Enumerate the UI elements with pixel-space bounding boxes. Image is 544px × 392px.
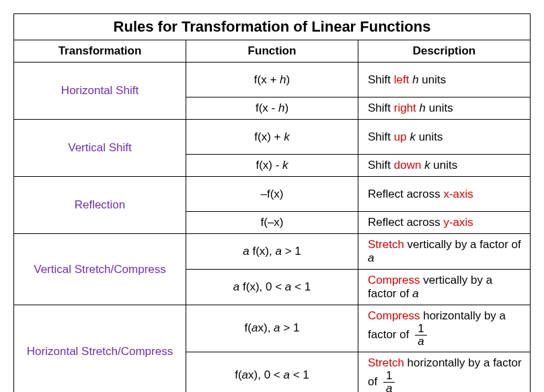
table-title: Rules for Transformation of Linear Funct…	[14, 14, 531, 40]
description-cell: Stretch vertically by a factor of a	[358, 234, 531, 270]
transformation-name: Reflection	[14, 177, 186, 234]
description-cell: Shift up k units	[358, 120, 531, 155]
description-cell: Compress vertically by a factor of a	[358, 270, 531, 305]
transformation-name: Vertical Stretch/Compress	[14, 234, 186, 305]
function-cell: f(ax), a > 1	[186, 305, 358, 352]
description-cell: Reflect across y-axis	[358, 212, 531, 234]
fraction: 1a	[383, 370, 395, 392]
function-cell: f(x + h)	[186, 63, 358, 97]
function-cell: f(x) + k	[186, 120, 358, 155]
table-row: Horizontal Shift f(x + h) Shift left h u…	[14, 63, 531, 97]
table-row: Vertical Shift f(x) + k Shift up k units	[14, 120, 531, 155]
description-cell: Reflect across x-axis	[358, 177, 531, 212]
transformation-name: Horizontal Stretch/Compress	[14, 305, 186, 393]
transformation-name: Horizontal Shift	[14, 63, 186, 120]
function-cell: f(x) - k	[186, 155, 358, 177]
table-row: Reflection –f(x) Reflect across x-axis	[14, 177, 531, 212]
header-transformation: Transformation	[14, 40, 186, 63]
function-cell: a f(x), 0 < a < 1	[186, 270, 358, 305]
description-cell: Compress horizontally by a factor of 1a	[358, 305, 531, 352]
function-cell: f(–x)	[186, 212, 358, 234]
transformation-rules-table: Rules for Transformation of Linear Funct…	[13, 13, 531, 392]
header-description: Description	[358, 40, 531, 63]
description-cell: Shift down k units	[358, 155, 531, 177]
function-cell: f(ax), 0 < a < 1	[186, 352, 358, 392]
description-cell: Shift left h units	[358, 63, 531, 97]
description-cell: Shift right h units	[358, 97, 531, 120]
transformation-name: Vertical Shift	[14, 120, 186, 177]
table-row: Horizontal Stretch/Compress f(ax), a > 1…	[14, 305, 531, 352]
fraction: 1a	[415, 323, 426, 348]
function-cell: –f(x)	[186, 177, 358, 212]
header-row: Transformation Function Description	[14, 40, 531, 63]
header-function: Function	[186, 40, 358, 63]
title-row: Rules for Transformation of Linear Funct…	[14, 14, 531, 40]
description-cell: Stretch horizontally by a factor of 1a	[358, 352, 531, 392]
table-row: Vertical Stretch/Compress a f(x), a > 1 …	[14, 234, 531, 270]
function-cell: a f(x), a > 1	[186, 234, 358, 270]
function-cell: f(x - h)	[186, 97, 358, 120]
